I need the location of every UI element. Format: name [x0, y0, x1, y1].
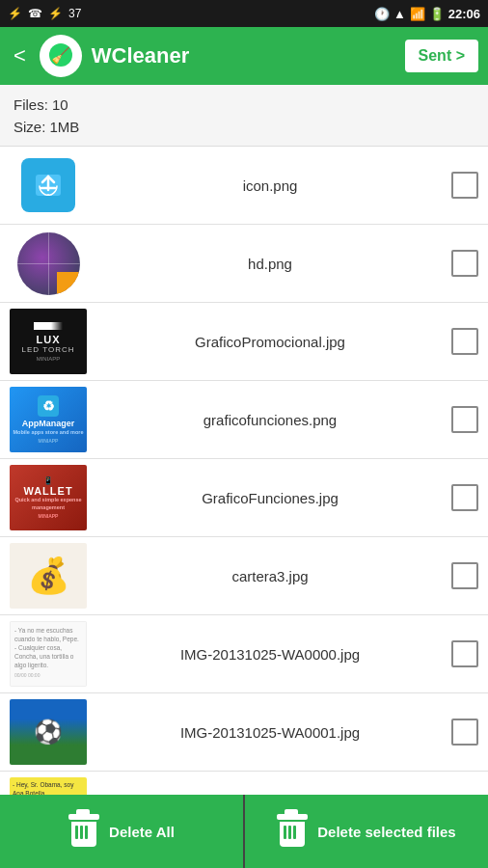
status-left-icons: ⚡ ☎ ⚡ 37 — [8, 7, 81, 20]
app-logo: 🧹 — [40, 35, 82, 77]
file-checkbox[interactable] — [451, 562, 478, 589]
delete-all-label: Delete All — [109, 824, 175, 840]
table-row: ♻ AppManager Mobile apps store and more … — [0, 381, 488, 459]
file-checkbox[interactable] — [451, 406, 478, 433]
file-thumbnail: LUX LED TORCH MINIAPP — [10, 309, 87, 374]
file-name: IMG-20131025-WA0000.jpg — [98, 646, 442, 663]
file-name: IMG-20131025-WA0001.jpg — [98, 724, 442, 741]
table-row: - Hey, Sr. Obama, soy Ana Botella.¿qué o… — [0, 772, 488, 797]
file-thumbnail — [10, 152, 87, 218]
battery-icon: 🔋 — [429, 7, 445, 21]
table-row: icon.png — [0, 147, 488, 225]
file-checkbox[interactable] — [451, 484, 478, 511]
app-bar: < 🧹 WCleaner Sent > — [0, 27, 488, 85]
status-right-icons: 🕐 ▲ 📶 🔋 22:06 — [374, 7, 480, 21]
file-name: GraficoFunciones.jpg — [98, 490, 442, 506]
file-name: icon.png — [98, 177, 442, 194]
back-button[interactable]: < — [10, 40, 30, 72]
file-name: cartera3.jpg — [98, 568, 442, 584]
file-thumbnail — [10, 231, 87, 296]
files-size: Size: 1MB — [14, 117, 474, 139]
sent-button[interactable]: Sent > — [405, 40, 478, 72]
file-list: icon.png hd.png LUX LED TORCH MINIAPP Gr… — [0, 147, 488, 797]
android-icon: ☎ — [28, 7, 42, 20]
app-title: WCleaner — [92, 43, 395, 68]
table-row: LUX LED TORCH MINIAPP GraficoPromocional… — [0, 303, 488, 381]
table-row: - Ya no me escuchas cuando te hablo, Pep… — [0, 615, 488, 693]
delete-selected-button[interactable]: Delete selected files — [245, 795, 488, 868]
file-name: hd.png — [98, 256, 442, 272]
usb-icon-1: ⚡ — [8, 7, 22, 20]
file-thumbnail: - Hey, Sr. Obama, soy Ana Botella.¿qué o… — [10, 777, 87, 797]
file-thumbnail: ⚽ — [10, 699, 87, 765]
recycle-thumb — [21, 158, 75, 212]
svg-text:🧹: 🧹 — [51, 46, 70, 65]
table-row: 📱 WALLET Quick and simple expensemanagem… — [0, 459, 488, 537]
file-checkbox[interactable] — [451, 719, 478, 746]
delete-all-button[interactable]: Delete All — [0, 795, 245, 868]
table-row: 💰 cartera3.jpg — [0, 537, 488, 615]
status-bar: ⚡ ☎ ⚡ 37 🕐 ▲ 📶 🔋 22:06 — [0, 0, 488, 27]
table-row: ⚽ IMG-20131025-WA0001.jpg — [0, 693, 488, 772]
signal-icon: 📶 — [410, 7, 425, 21]
files-count: Files: 10 — [14, 95, 474, 117]
wifi-icon: ▲ — [393, 7, 406, 21]
file-checkbox[interactable] — [451, 250, 478, 277]
trash-icon-left — [68, 814, 99, 849]
clock-icon: 🕐 — [374, 7, 390, 21]
file-info: Files: 10 Size: 1MB — [0, 85, 488, 147]
file-thumbnail: 📱 WALLET Quick and simple expensemanagem… — [10, 465, 87, 530]
battery-num: 37 — [68, 7, 81, 20]
delete-selected-label: Delete selected files — [317, 824, 455, 840]
bottom-bar: Delete All Delete selected files — [0, 795, 488, 868]
file-checkbox[interactable] — [451, 328, 478, 355]
file-thumbnail: ♻ AppManager Mobile apps store and more … — [10, 387, 87, 452]
trash-icon-right — [277, 814, 308, 849]
time-display: 22:06 — [448, 7, 480, 21]
file-thumbnail: 💰 — [10, 543, 87, 609]
file-thumbnail: - Ya no me escuchas cuando te hablo, Pep… — [10, 621, 87, 687]
table-row: hd.png — [0, 225, 488, 303]
file-checkbox[interactable] — [451, 172, 478, 199]
usb-icon-2: ⚡ — [48, 7, 63, 20]
file-name: GraficoPromocional.jpg — [98, 334, 442, 350]
file-name: graficofunciones.png — [98, 412, 442, 428]
file-checkbox[interactable] — [451, 640, 478, 667]
